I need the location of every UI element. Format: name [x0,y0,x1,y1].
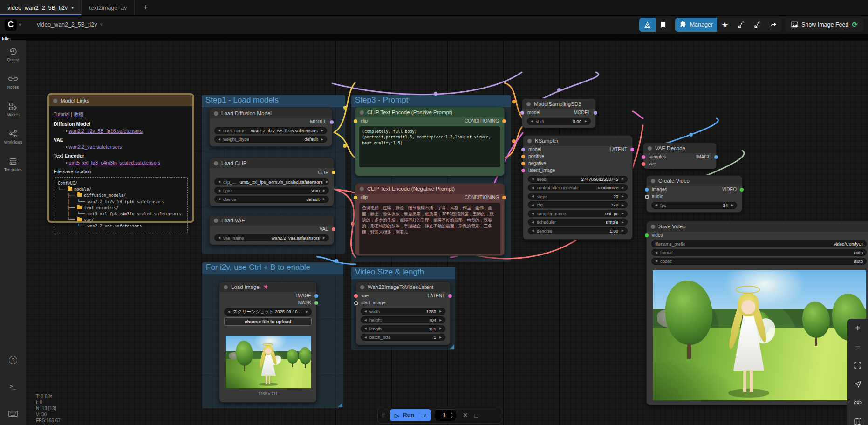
node-model-sampling-sd3[interactable]: ModelSamplingSD3 model MODEL ◀shift8.00▶ [522,98,596,128]
zoom-out-button[interactable]: − [852,342,863,351]
collapse-toggle[interactable] [527,139,532,143]
sidebar-item-shortcuts[interactable] [0,409,26,418]
stepper-left-icon[interactable]: ◀ [364,318,367,322]
stepper-left-icon[interactable]: ◀ [364,327,367,330]
pan-mode-button[interactable] [852,379,863,389]
stepper-right-icon[interactable]: ▶ [622,177,624,181]
node-ksampler[interactable]: KSampler model LATENT positive negative … [523,135,633,240]
stepper-right-icon[interactable]: ▶ [622,194,624,198]
combo-right-icon[interactable]: ▶ [323,189,325,192]
collapse-toggle[interactable] [648,146,652,151]
unload-models-button[interactable] [733,18,749,32]
input-port-clip[interactable] [354,196,357,199]
output-port-image[interactable] [314,294,318,298]
combo-right-icon[interactable]: ▶ [622,186,624,190]
widget-vae-name[interactable]: ◀vae_namewan2.2_vae.safetensors▶ [214,234,329,241]
input-port-clip[interactable] [354,119,357,123]
combo-right-icon[interactable]: ▶ [622,220,624,224]
manager-button[interactable]: Manager [675,18,717,32]
stepper-right-icon[interactable]: ▶ [731,203,733,207]
canvas-tools-button[interactable] [639,18,656,32]
widget-cfg[interactable]: ◀cfg5.0▶ [528,201,628,208]
widget-format[interactable]: ◀formatauto [651,249,867,256]
combo-left-icon[interactable]: ◀ [218,180,220,184]
positive-prompt-textarea[interactable]: (completely, full body) (portrait,portra… [359,126,500,167]
minimap-button[interactable] [852,417,863,425]
combo-right-icon[interactable]: ▶ [323,236,325,240]
output-port-vae[interactable] [332,227,335,231]
input-port-latent-image[interactable] [521,169,525,172]
widget-height[interactable]: ◀height704▶ [361,316,445,323]
widget-sampler-name[interactable]: ◀sampler_nameuni_pc▶ [528,210,628,217]
tab-video-wan2-2-5b-ti2v[interactable]: video_wan2_2_5B_ti2v ● [0,0,82,15]
combo-left-icon[interactable]: ◀ [532,220,534,224]
widget-control-after-generate[interactable]: ◀control after generaterandomize▶ [528,184,628,191]
stepper-left-icon[interactable]: ◀ [532,177,534,181]
node-vae-decode[interactable]: VAE Decode samples IMAGE vae [643,143,717,169]
node-save-video[interactable]: Save Video video filename_prefixvideo/Co… [646,221,868,405]
input-port-start-image[interactable] [354,301,358,305]
stepper-right-icon[interactable]: ▶ [585,119,587,123]
image-preview[interactable] [226,336,311,388]
node-clip-text-encode-negative[interactable]: CLIP Text Encode (Negative Prompt) clip … [355,183,505,256]
widget-clip-name[interactable]: ◀clip_...umt5_xxl_fp8_e4m3fn_scaled.safe… [214,178,329,185]
collapse-toggle[interactable] [53,99,57,103]
widget-device[interactable]: ◀devicedefault▶ [214,196,329,203]
stepper-left-icon[interactable]: ◀ [532,203,534,207]
output-port-latent[interactable] [630,148,634,151]
zoom-in-button[interactable]: + [852,323,863,333]
widget-unet-name[interactable]: ◀unet_namewan2.2_ti2v_5B_fp16.safetensor… [214,127,327,134]
collapse-toggle[interactable] [360,110,364,115]
group-video-size-title[interactable]: Video Size & length [351,267,455,279]
workflow-name-menu[interactable]: video_wan2_2_5B_ti2v ˅ [37,21,103,28]
sidebar-item-nodes[interactable]: Nodes [0,74,26,89]
stepper-right-icon[interactable]: ▶ [439,327,442,330]
negative-prompt-textarea[interactable]: 色调艳丽，过曝，静态，细节模糊不清，字幕，风格，作品，画作，画面，静止，整体发灰… [359,203,500,254]
show-image-feed-button[interactable]: Show Image Feed ⟳ [785,18,863,32]
widget-batch-size[interactable]: ◀batch_size1▶ [361,334,445,341]
widget-fps[interactable]: ◀fps24▶ [651,202,737,209]
run-button[interactable]: ▷ Run ˅ [390,409,431,421]
node-load-image[interactable]: Load Image IMAGE MASK ◀スクリーンショット 2025-09… [219,281,317,403]
collapse-toggle[interactable] [526,102,531,106]
input-port-model[interactable] [520,111,524,115]
sidebar-item-queue[interactable]: Queue [0,47,26,62]
input-port-model[interactable] [521,148,525,151]
widget-type[interactable]: ◀typewan▶ [214,187,329,194]
widget-length[interactable]: ◀length121▶ [361,325,445,332]
node-create-video[interactable]: Create Video images VIDEO audio ◀fps24▶ [646,175,742,212]
batch-count-input[interactable]: 1 ˄˅ [435,409,456,421]
stepper-left-icon[interactable]: ◀ [364,336,367,339]
sidebar-item-help[interactable]: ? [0,356,26,364]
tutorial-link[interactable]: Tutorial [54,111,70,117]
collapse-toggle[interactable] [214,111,218,116]
node-load-vae[interactable]: Load VAE VAE ◀vae_namewan2.2_vae.safeten… [209,215,334,245]
group-i2v-title[interactable]: For i2v, use Ctrl + B to enable [202,262,343,274]
fit-view-button[interactable] [852,361,863,370]
collapse-toggle[interactable] [360,285,364,289]
group-resize-handle[interactable] [450,344,454,349]
stepper-left-icon[interactable]: ◀ [364,309,367,313]
widget-scheduler[interactable]: ◀schedulersimple▶ [528,219,628,226]
output-port-clip[interactable] [332,171,335,174]
input-port-images[interactable] [645,188,649,192]
widget-denoise[interactable]: ◀denoise1.00▶ [528,227,628,234]
input-port-video[interactable] [645,233,649,237]
collapse-toggle[interactable] [214,219,218,223]
stepper-down-icon[interactable]: ˅ [451,415,453,418]
collapse-toggle[interactable] [651,179,655,183]
widget-weight-dtype[interactable]: ◀weight_dtypedefault▶ [214,136,327,143]
input-port-vae[interactable] [354,294,358,298]
tab-text2image-av[interactable]: text2image_av [82,0,135,15]
group-step1-title[interactable]: Step1 - Load models [202,95,345,107]
output-port-video[interactable] [740,188,744,192]
cancel-button[interactable]: ✕ [460,411,471,419]
collapse-toggle[interactable] [651,225,655,229]
node-wan22-image-to-video-latent[interactable]: Wan22ImageToVideoLatent vae LATENT start… [355,281,451,345]
stepper-right-icon[interactable]: ▶ [439,309,442,313]
drag-handle-icon[interactable]: ⠿ [382,413,386,417]
stepper-right-icon[interactable]: ▶ [622,203,624,207]
combo-right-icon[interactable]: ▶ [323,197,325,201]
collapse-toggle[interactable] [214,161,218,165]
input-port-samples[interactable] [642,155,645,159]
